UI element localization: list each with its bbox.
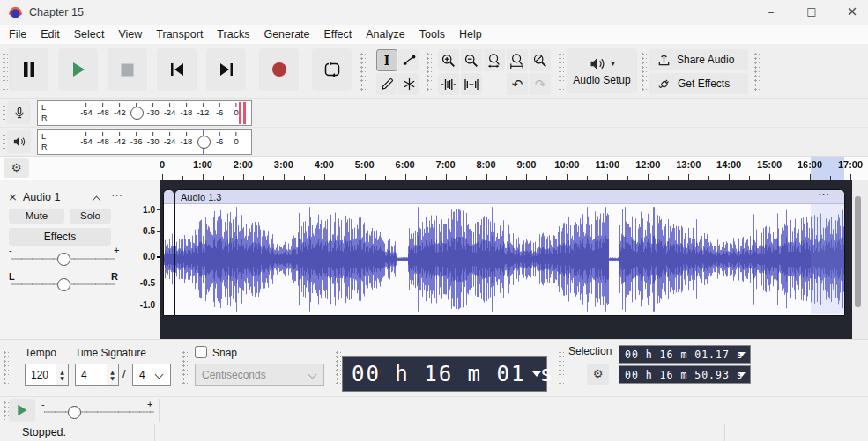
playback-volume-slider[interactable]: [197, 136, 211, 149]
multi-tool-button[interactable]: [398, 73, 419, 95]
menu-item-help[interactable]: Help: [452, 25, 489, 44]
menu-item-generate[interactable]: Generate: [256, 25, 316, 44]
pencil-icon: [381, 77, 394, 91]
get-effects-button[interactable]: Get Effects: [649, 73, 748, 94]
time-display-grip[interactable]: [335, 350, 341, 384]
menu-item-tracks[interactable]: Tracks: [210, 25, 256, 44]
maximize-button[interactable]: □: [791, 0, 832, 25]
gain-slider-thumb[interactable]: [57, 253, 70, 266]
bottom-toolbar-row: Tempo ▲▼ Time Signature ▲▼ / 4 Snap Cent…: [0, 339, 868, 396]
tempo-input[interactable]: [25, 364, 57, 386]
timeline-options-button[interactable]: ⚙: [4, 158, 29, 178]
fit-selection-button[interactable]: [484, 49, 505, 71]
timeline-ruler[interactable]: ⚙ 01:002:003:004:005:006:007:008:009:001…: [0, 157, 868, 180]
caret-down-icon[interactable]: [532, 371, 541, 377]
playback-meter-button[interactable]: [7, 130, 31, 153]
undo-button[interactable]: ↶: [507, 73, 528, 95]
recording-meter[interactable]: L R -54-48-42-36-30-24-18-12-60: [37, 100, 252, 126]
meter-scale-label: -48: [97, 132, 109, 146]
envelope-tool-button[interactable]: [398, 49, 419, 71]
collapse-track-button[interactable]: [93, 194, 100, 206]
audio-position-display[interactable]: 00 h 16 m 01 s: [342, 356, 547, 392]
mute-button[interactable]: Mute: [9, 209, 64, 224]
zoom-out-button[interactable]: [461, 49, 482, 71]
meter-scale-label: -18: [181, 132, 193, 146]
pan-slider-thumb[interactable]: [57, 278, 70, 291]
menu-item-effect[interactable]: Effect: [317, 25, 360, 44]
zoom-toggle-button[interactable]: [530, 49, 551, 71]
time-signature-lower-select[interactable]: 4: [132, 364, 171, 386]
draw-tool-button[interactable]: [376, 73, 397, 95]
speed-toolbar-grip[interactable]: [3, 401, 9, 420]
clip-menu-button[interactable]: ⋯: [818, 189, 830, 202]
clip-header[interactable]: Audio 1.3 ⋯: [175, 190, 844, 204]
edit-toolbar-grip[interactable]: [558, 52, 564, 91]
time-toolbar-grip[interactable]: [3, 350, 9, 384]
record-volume-slider[interactable]: [130, 107, 144, 120]
ruler-label: 14:00: [716, 159, 741, 170]
audio-setup-button[interactable]: ▾ Audio Setup: [567, 48, 637, 93]
ruler-label: 0: [160, 159, 165, 170]
ruler-label: 11:00: [596, 159, 620, 170]
speed-slider-thumb[interactable]: [68, 406, 81, 419]
microphone-icon: [13, 107, 26, 120]
minimize-button[interactable]: –: [751, 0, 791, 25]
waveform[interactable]: [175, 204, 844, 314]
tools-toolbar-grip[interactable]: [426, 52, 432, 91]
fit-project-button[interactable]: [507, 49, 528, 71]
effects-button[interactable]: Effects: [9, 228, 111, 246]
vertical-scrollbar[interactable]: [852, 180, 868, 339]
menu-item-file[interactable]: File: [2, 25, 33, 44]
record-button[interactable]: [259, 48, 299, 91]
waveform[interactable]: [164, 204, 174, 314]
skip-to-end-button[interactable]: [206, 48, 246, 91]
close-button[interactable]: ×: [832, 0, 868, 25]
tempo-spinner[interactable]: ▲▼: [56, 364, 69, 386]
clip-header[interactable]: [164, 190, 174, 204]
close-track-button[interactable]: ×: [8, 190, 18, 203]
zoom-in-button[interactable]: [438, 49, 459, 71]
selection-tool-button[interactable]: I: [376, 49, 397, 71]
skip-to-start-button[interactable]: [157, 48, 197, 91]
menu-item-tools[interactable]: Tools: [412, 25, 452, 44]
snap-checkbox[interactable]: [195, 346, 207, 358]
share-audio-button[interactable]: Share Audio: [649, 49, 748, 70]
menu-item-select[interactable]: Select: [67, 25, 112, 44]
play-at-speed-button[interactable]: [9, 399, 35, 422]
menu-item-view[interactable]: View: [111, 25, 149, 44]
stop-button[interactable]: [108, 48, 147, 91]
selection-options-button[interactable]: ⚙: [587, 364, 609, 385]
transport-toolbar-end-grip[interactable]: [360, 52, 366, 91]
menu-item-edit[interactable]: Edit: [33, 25, 67, 44]
caret-down-icon[interactable]: [738, 372, 746, 377]
playback-meter[interactable]: L R -54-48-42-36-30-24-18-12-60: [37, 129, 252, 155]
record-meter-button[interactable]: [7, 101, 31, 124]
snap-unit-select[interactable]: Centiseconds: [195, 364, 324, 386]
pause-button[interactable]: [9, 48, 48, 91]
play-button[interactable]: [58, 48, 98, 91]
caret-down-icon[interactable]: [738, 352, 746, 356]
menu-item-analyze[interactable]: Analyze: [359, 25, 412, 44]
time-signature-upper-input[interactable]: [75, 364, 108, 386]
audio-setup-grip[interactable]: [641, 52, 647, 91]
vertical-scale-ruler[interactable]: 1.0 0.5 0.0 -0.5 -1.0: [132, 180, 162, 339]
audio-clip[interactable]: Audio 1.3 ⋯: [174, 189, 845, 316]
time-signature-spinner[interactable]: ▲▼: [107, 364, 119, 386]
redo-button[interactable]: ↷: [530, 73, 551, 95]
menu-item-transport[interactable]: Transport: [149, 25, 210, 44]
selection-end-field[interactable]: 00 h 16 m 50.93 s: [619, 365, 751, 384]
trim-outside-selection-button[interactable]: [438, 73, 459, 95]
share-toolbar-grip[interactable]: [753, 52, 760, 91]
selection-toolbar-grip[interactable]: [558, 350, 564, 384]
track-menu-button[interactable]: ⋯: [111, 188, 123, 202]
solo-button[interactable]: Solo: [70, 209, 111, 224]
speed-slider[interactable]: [44, 411, 154, 413]
loop-button[interactable]: [312, 48, 352, 91]
selection-start-field[interactable]: 00 h 16 m 01.17 s: [619, 345, 751, 364]
transport-toolbar-grip[interactable]: [2, 52, 8, 91]
snap-toolbar-grip[interactable]: [182, 350, 188, 384]
track-title[interactable]: Audio 1: [23, 191, 60, 203]
vertical-scrollbar-thumb[interactable]: [855, 196, 861, 307]
silence-selection-button[interactable]: [461, 73, 482, 95]
audio-clip-small[interactable]: [163, 189, 174, 316]
